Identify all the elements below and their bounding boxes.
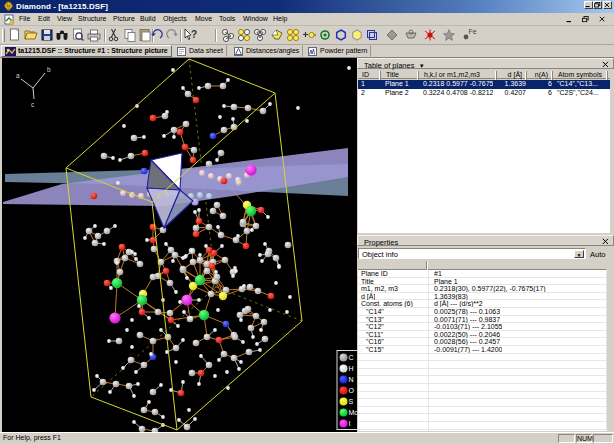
svg-text:I: I (349, 420, 351, 427)
svg-text:c: c (31, 101, 35, 108)
svg-text:C: C (349, 354, 354, 361)
svg-text:N: N (349, 376, 354, 383)
svg-text:?: ? (191, 29, 197, 40)
svg-text:b: b (47, 66, 51, 73)
svg-text:Fe: Fe (469, 28, 477, 35)
svg-text:S: S (349, 398, 354, 405)
svg-text:H: H (349, 365, 354, 372)
svg-text:a: a (16, 72, 20, 79)
svg-text:O: O (349, 387, 355, 394)
